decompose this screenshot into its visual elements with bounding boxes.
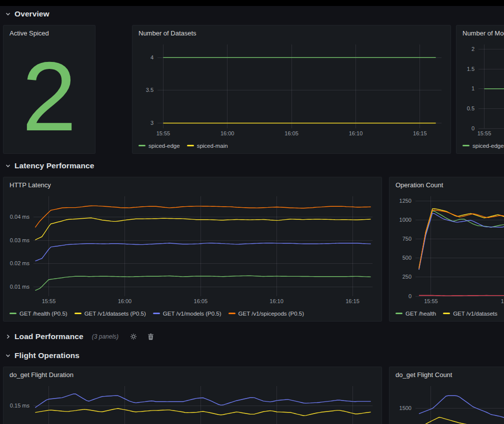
panel-do-get-flight-duration: do_get Flight Duration 0.15 ms15:5516:00… [3,367,382,424]
panel-do-get-flight-count: do_get Flight Count 150015:5516:0016:051… [389,367,504,424]
time-series-plot: 0.04 ms0.03 ms0.02 ms0.01 ms15:5516:0016… [8,192,378,306]
panel-title-number-of-models[interactable]: Number of Models [456,25,504,40]
top-bar [0,0,504,6]
svg-text:16:00: 16:00 [501,298,504,304]
panel-title-do-get-flight-count[interactable]: do_get Flight Count [390,367,504,382]
legend-label: GET /v1/spicepods (P0.5) [238,311,304,317]
chart-legend: spiced-edge [462,141,504,150]
svg-text:16:15: 16:15 [413,130,427,136]
series-color-dash [228,313,236,314]
svg-text:0.02 ms: 0.02 ms [10,260,30,266]
series-line [419,213,504,270]
legend-item[interactable]: GET /health [396,311,436,317]
row-header-latency-performance[interactable]: Latency Performance [5,160,94,172]
panel-title-number-of-datasets[interactable]: Number of Datasets [132,25,450,40]
series-color-dash [443,313,450,314]
svg-text:0: 0 [472,125,474,131]
legend-label: GET /v1/models (P0.5) [163,311,222,317]
time-series-plot: 43.5315:5516:0016:0516:1016:15 [136,40,446,138]
series-color-dash [10,313,16,314]
panel-operation-count: Operation Count 12501000750500250015:551… [389,177,504,322]
time-series-plot: 12501000750500250015:5516:0016:0516:1016… [394,192,504,306]
series-line [419,396,504,419]
svg-text:16:15: 16:15 [346,298,360,304]
svg-text:0.5: 0.5 [467,105,474,111]
row-panel-count: (3 panels) [92,333,118,340]
panel-number-of-models: Number of Models 21.510.5015:5516:0016:0… [456,25,504,154]
series-color-dash [187,145,194,146]
number-of-datasets-chart[interactable]: 43.5315:5516:0016:0516:1016:15 [136,40,446,138]
svg-text:250: 250 [402,274,412,280]
legend-item[interactable]: GET /v1/spicepods (P0.5) [228,311,304,317]
panel-title-operation-count[interactable]: Operation Count [390,177,504,192]
series-color-dash [153,313,160,314]
row-header-overview[interactable]: Overview [5,8,50,20]
legend-item[interactable]: GET /health (P0.5) [10,311,68,317]
series-color-dash [74,313,82,314]
svg-text:0.01 ms: 0.01 ms [10,284,30,290]
svg-text:0: 0 [408,293,412,299]
svg-text:500: 500 [402,255,412,261]
do-get-flight-duration-chart[interactable]: 0.15 ms15:5516:0016:0516:1016:15 [8,382,378,424]
svg-text:1250: 1250 [400,198,412,204]
panel-http-latency: HTTP Latency 0.04 ms0.03 ms0.02 ms0.01 m… [3,177,382,322]
time-series-plot: 0.15 ms15:5516:0016:0516:1016:15 [8,382,378,424]
legend-item[interactable]: spiced-main [187,143,228,149]
series-line [35,218,370,240]
legend-label: spiced-edge [148,143,180,149]
svg-text:1000: 1000 [400,217,412,223]
legend-label: spiced-edge [472,143,504,149]
svg-text:16:10: 16:10 [349,130,363,136]
chart-legend: spiced-edgespiced-main [138,141,446,150]
panel-active-spiced: Active Spiced 2 [3,25,96,154]
legend-item[interactable]: GET /v1/datasets [443,311,498,317]
stat-value: 2 [4,40,95,153]
series-line [35,409,370,416]
row-title-overview: Overview [14,9,50,18]
svg-text:0.15 ms: 0.15 ms [10,403,30,409]
panel-number-of-datasets: Number of Datasets 43.5315:5516:0016:051… [132,25,451,154]
legend-label: spiced-main [197,143,228,149]
series-line [35,206,370,227]
svg-text:16:05: 16:05 [194,298,208,304]
panel-title-http-latency[interactable]: HTTP Latency [4,177,382,192]
row-title-load-performance: Load Performance [14,332,84,341]
legend-label: GET /health [406,311,436,317]
do-get-flight-count-chart[interactable]: 150015:5516:0016:0516:1016:15 [394,382,504,424]
series-line [35,243,370,261]
chart-legend: GET /health (P0.5)GET /v1/datasets (P0.5… [10,309,378,318]
legend-label: GET /v1/datasets (P0.5) [84,311,146,317]
series-color-dash [462,145,470,146]
trash-icon[interactable] [148,333,154,340]
number-of-models-chart[interactable]: 21.510.5015:5516:0016:0516:1016:15 [460,40,504,138]
gear-icon[interactable] [130,333,137,340]
chevron-down-icon [5,353,11,359]
svg-text:1.5: 1.5 [467,66,474,72]
panel-title-active-spiced[interactable]: Active Spiced [4,25,95,40]
grafana-dashboard: Overview Active Spiced 2 Number of Datas… [0,0,504,424]
legend-item[interactable]: GET /v1/models (P0.5) [153,311,222,317]
series-line [419,418,504,424]
legend-item[interactable]: spiced-edge [462,143,504,149]
chart-legend: GET /healthGET /v1/datasets [396,309,504,318]
http-latency-chart[interactable]: 0.04 ms0.03 ms0.02 ms0.01 ms15:5516:0016… [8,192,378,306]
svg-text:15:55: 15:55 [424,298,438,304]
svg-text:3.5: 3.5 [146,87,154,93]
svg-text:3: 3 [150,120,154,126]
row-header-flight-operations[interactable]: Flight Operations [5,350,80,362]
row-header-load-performance[interactable]: Load Performance (3 panels) [5,331,154,343]
legend-label: GET /v1/datasets [453,311,498,317]
chevron-down-icon [5,11,11,17]
operation-count-chart[interactable]: 12501000750500250015:5516:0016:0516:1016… [394,192,504,306]
legend-item[interactable]: spiced-edge [138,143,180,149]
legend-item[interactable]: GET /v1/datasets (P0.5) [74,311,146,317]
panel-title-do-get-flight-duration[interactable]: do_get Flight Duration [4,367,382,382]
svg-text:1500: 1500 [400,405,412,411]
chevron-down-icon [5,163,11,169]
row-title-flight-operations: Flight Operations [14,351,80,360]
row-title-latency-performance: Latency Performance [14,161,94,170]
svg-text:16:00: 16:00 [220,130,234,136]
legend-label: GET /health (P0.5) [20,311,68,317]
svg-text:4: 4 [150,54,154,60]
svg-text:16:05: 16:05 [284,130,298,136]
